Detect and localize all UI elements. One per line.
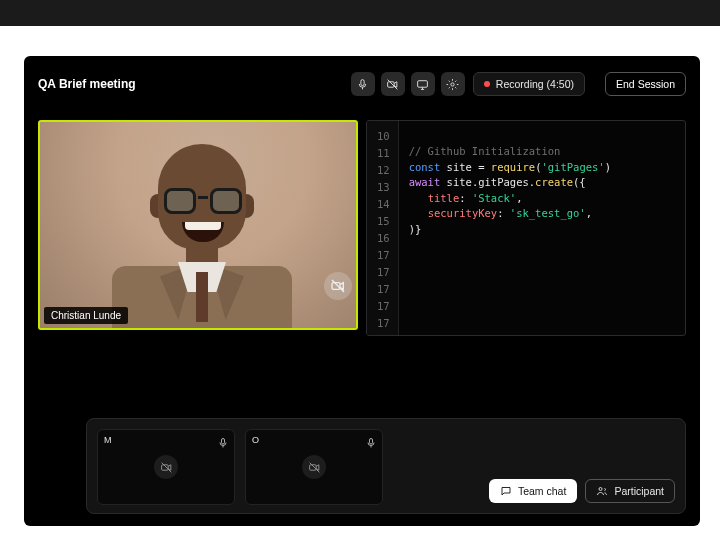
participants-strip: M O Team chat Participant	[86, 418, 686, 514]
end-session-button[interactable]: End Session	[605, 72, 686, 96]
camera-off-icon	[330, 278, 346, 294]
camera-off-badge	[154, 455, 178, 479]
record-dot-icon	[484, 81, 490, 87]
meeting-window: QA Brief meeting Recording (4:50) End Se…	[24, 56, 700, 526]
svg-point-3	[451, 82, 454, 85]
chat-icon	[500, 485, 512, 497]
camera-button[interactable]	[381, 72, 405, 96]
meeting-title: QA Brief meeting	[38, 77, 136, 91]
speaker-name-label: Christian Lunde	[44, 307, 128, 324]
participant-icon	[596, 485, 608, 497]
bottom-actions: Team chat Participant	[489, 479, 675, 503]
svg-rect-7	[370, 439, 373, 445]
mic-button[interactable]	[351, 72, 375, 96]
participant-initial: O	[252, 435, 259, 445]
svg-rect-5	[222, 439, 225, 445]
toolbar	[351, 72, 465, 96]
top-bar: QA Brief meeting Recording (4:50) End Se…	[38, 68, 686, 100]
participant-initial: M	[104, 435, 112, 445]
main-content: Christian Lunde 10 11 12 13 14 15 16 17 …	[38, 120, 686, 336]
participant-tile[interactable]: M	[97, 429, 235, 505]
mic-status	[365, 435, 377, 447]
svg-point-9	[599, 488, 602, 491]
more-button[interactable]	[441, 72, 465, 96]
camera-off-badge	[302, 455, 326, 479]
settings-icon	[446, 78, 459, 91]
svg-rect-0	[361, 79, 364, 85]
mic-status	[217, 435, 229, 447]
code-editor[interactable]: 10 11 12 13 14 15 16 17 17 17 17 17 // G…	[366, 120, 686, 336]
participant-button[interactable]: Participant	[585, 479, 675, 503]
participant-tile[interactable]: O	[245, 429, 383, 505]
mic-icon	[356, 78, 369, 91]
glasses-icon	[164, 188, 242, 214]
recording-indicator[interactable]: Recording (4:50)	[473, 72, 585, 96]
screen-share-icon	[416, 78, 429, 91]
active-speaker-tile[interactable]: Christian Lunde	[38, 120, 358, 330]
mic-icon	[217, 437, 229, 449]
camera-off-icon	[160, 461, 173, 474]
code-body: // Github Initialization const site = re…	[399, 121, 621, 335]
recording-label: Recording (4:50)	[496, 78, 574, 90]
camera-off-icon	[386, 78, 399, 91]
camera-off-icon	[308, 461, 321, 474]
svg-rect-2	[418, 80, 428, 87]
browser-chrome	[0, 0, 720, 26]
screen-share-button[interactable]	[411, 72, 435, 96]
camera-status-badge	[324, 272, 352, 300]
team-chat-button[interactable]: Team chat	[489, 479, 577, 503]
line-gutter: 10 11 12 13 14 15 16 17 17 17 17 17	[367, 121, 399, 335]
mic-icon	[365, 437, 377, 449]
